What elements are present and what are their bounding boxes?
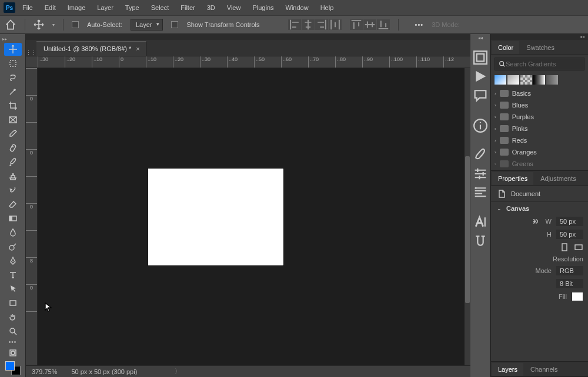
menu-3d[interactable]: 3D [202, 2, 220, 14]
canvas-viewport[interactable] [38, 68, 465, 365]
document-tab[interactable]: Untitled-1 @ 380% (RGB/8#) * × [36, 41, 146, 56]
folder-basics[interactable]: ›Basics [493, 88, 586, 99]
collapse-handle-top[interactable] [26, 34, 470, 40]
menu-edit[interactable]: Edit [40, 2, 61, 14]
adjustments-panel-icon[interactable] [472, 166, 489, 182]
panel-collapse-handle[interactable]: ◂◂ [491, 34, 588, 40]
canvas-section-header[interactable]: ⌄ Canvas [491, 201, 588, 215]
tab-swatches[interactable]: Swatches [520, 41, 560, 54]
show-transform-checkbox[interactable] [171, 21, 178, 28]
canvas[interactable] [148, 169, 283, 265]
lasso-tool[interactable] [4, 71, 22, 84]
tab-handle-icon[interactable]: ⋮⋮ [26, 50, 36, 56]
brushes-panel-icon[interactable] [472, 147, 489, 163]
status-menu-icon[interactable]: 〉 [175, 367, 181, 376]
mode-value[interactable]: RGB [556, 266, 583, 275]
height-value[interactable]: 50 px [556, 230, 583, 239]
tab-adjustments[interactable]: Adjustments [534, 172, 582, 185]
learn-panel-icon[interactable] [472, 49, 489, 66]
edit-toolbar-icon[interactable]: ••• [9, 339, 17, 345]
orientation-landscape-icon[interactable] [574, 243, 583, 252]
tab-color[interactable]: Color [492, 41, 519, 54]
gradient-thumb[interactable] [533, 75, 545, 85]
bits-value[interactable]: 8 Bit [556, 279, 583, 288]
fg-bg-color-swatch[interactable] [4, 361, 22, 376]
folder-blues[interactable]: ›Blues [493, 100, 586, 110]
folder-oranges[interactable]: ›Oranges [493, 147, 586, 157]
zoom-tool[interactable] [4, 325, 22, 338]
tab-properties[interactable]: Properties [492, 172, 533, 185]
healing-brush-tool[interactable] [4, 142, 22, 154]
gradient-tool[interactable] [4, 212, 22, 225]
auto-select-checkbox[interactable] [72, 21, 79, 28]
menu-filter[interactable]: Filter [176, 2, 199, 14]
magic-wand-tool[interactable] [4, 85, 22, 98]
fill-color-swatch[interactable] [572, 292, 583, 301]
align-center-v-icon[interactable] [363, 19, 376, 30]
orientation-portrait-icon[interactable] [560, 243, 569, 252]
type-tool[interactable] [4, 268, 22, 281]
clone-stamp-tool[interactable] [4, 170, 22, 183]
menu-type[interactable]: Type [121, 2, 144, 14]
folder-reds[interactable]: ›Reds [493, 135, 586, 146]
brush-tool[interactable] [4, 156, 22, 169]
menu-view[interactable]: View [222, 2, 246, 14]
gradient-search-input[interactable] [506, 60, 579, 68]
crop-tool[interactable] [4, 99, 22, 112]
quick-mask-icon[interactable] [4, 346, 22, 359]
link-wh-icon[interactable] [530, 217, 539, 225]
tab-layers[interactable]: Layers [492, 363, 523, 376]
auto-select-target-dropdown[interactable]: Layer [131, 19, 163, 31]
rectangle-tool[interactable] [4, 297, 22, 309]
frame-tool[interactable] [4, 113, 22, 126]
paragraph-panel-icon[interactable] [472, 184, 489, 201]
info-panel-icon[interactable] [472, 117, 489, 134]
eyedropper-tool[interactable] [4, 127, 22, 140]
character-panel-icon[interactable] [472, 214, 489, 230]
align-bottom-icon[interactable] [377, 19, 390, 30]
comments-panel-icon[interactable] [472, 87, 489, 103]
more-options-icon[interactable]: ••• [415, 21, 424, 28]
folder-purples[interactable]: ›Purples [493, 112, 586, 122]
gradient-thumb[interactable] [495, 75, 506, 85]
scrollbar-vertical[interactable] [465, 68, 470, 365]
doc-info[interactable]: 50 px x 50 px (300 ppi) [71, 368, 137, 375]
zoom-level[interactable]: 379.75% [32, 368, 57, 375]
playback-panel-icon[interactable] [472, 68, 489, 85]
menu-select[interactable]: Select [146, 2, 174, 14]
history-brush-tool[interactable] [4, 184, 22, 197]
path-select-tool[interactable] [4, 282, 22, 295]
folder-pinks[interactable]: ›Pinks [493, 123, 586, 134]
move-tool[interactable] [4, 43, 22, 56]
eraser-tool[interactable] [4, 198, 22, 211]
distribute-h-icon[interactable] [329, 19, 342, 30]
align-right-icon[interactable] [315, 19, 328, 30]
menu-plugins[interactable]: Plugins [248, 2, 278, 14]
dodge-tool[interactable] [4, 240, 22, 253]
pen-tool[interactable] [4, 254, 22, 267]
gradient-thumb[interactable] [520, 75, 532, 85]
gradient-thumb[interactable] [546, 75, 558, 85]
align-center-h-icon[interactable] [302, 19, 315, 30]
menu-help[interactable]: Help [316, 2, 339, 14]
gradient-thumb[interactable] [507, 75, 519, 85]
folder-greens[interactable]: ›Greens [493, 159, 586, 169]
gradient-search[interactable] [495, 58, 584, 70]
marquee-tool[interactable] [4, 57, 22, 70]
glyphs-panel-icon[interactable] [472, 233, 489, 249]
menu-layer[interactable]: Layer [92, 2, 118, 14]
width-value[interactable]: 50 px [556, 217, 583, 226]
align-left-icon[interactable] [288, 19, 301, 30]
home-icon[interactable] [5, 19, 16, 30]
close-tab-icon[interactable]: × [136, 45, 139, 52]
menu-window[interactable]: Window [281, 2, 313, 14]
menu-image[interactable]: Image [63, 2, 91, 14]
blur-tool[interactable] [4, 226, 22, 239]
menu-file[interactable]: File [18, 2, 38, 14]
tab-channels[interactable]: Channels [524, 363, 563, 376]
hand-tool[interactable] [4, 311, 22, 324]
move-tool-indicator-icon[interactable] [34, 19, 44, 30]
ruler-horizontal[interactable]: ..30 ..20 ..10 0 ..10 ..20 ..30 ..40 ..5… [26, 56, 470, 68]
align-top-icon[interactable] [350, 19, 363, 30]
ruler-vertical[interactable]: 0 0 0 8 0 [26, 68, 38, 365]
